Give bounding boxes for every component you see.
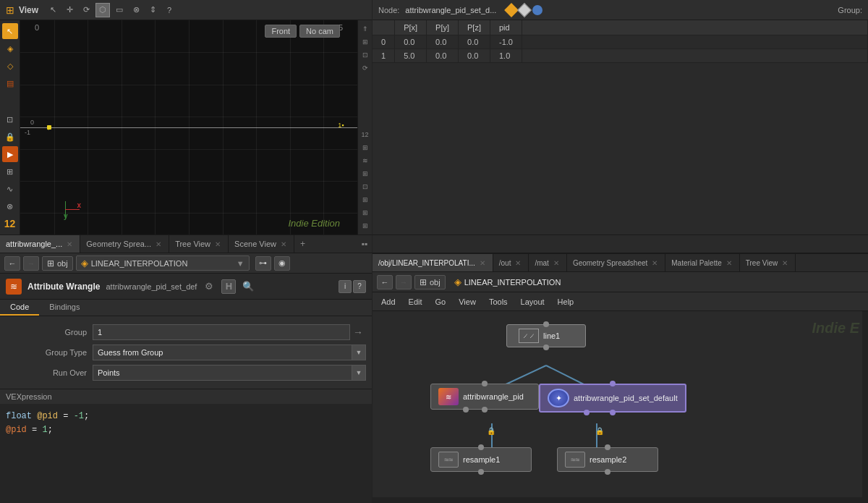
tab-linear-interp[interactable]: /obj/LINEAR_INTERPOLATI... ✕ [373,253,493,272]
menu-layout[interactable]: Layout [515,296,550,308]
tab-mat-close[interactable]: ✕ [552,259,561,267]
operator-dropdown[interactable]: ◈ LINEAR_INTERPOLATION ▼ [76,255,250,271]
node-attribwrangle-pid[interactable]: ≋ attribwrangle_pid [430,384,539,410]
rt-tool-10[interactable]: ⊞ [359,194,371,206]
vp-tool-2[interactable]: ◈ [2,41,18,56]
rt-tool-11[interactable]: ⊞ [359,207,371,219]
menu-add[interactable]: Add [375,296,401,308]
menu-help[interactable]: Help [552,296,580,308]
path-dropdown[interactable]: ⊞ obj [42,256,73,271]
rt-tool-6[interactable]: ⊞ [359,142,371,153]
menu-view[interactable]: View [453,296,482,308]
view-cam-btn[interactable]: No cam [299,25,340,38]
tab-gs-close[interactable]: ✕ [650,259,659,267]
view-panel-title: View [19,5,38,15]
tab-mat-palette[interactable]: Material Palette ✕ [665,253,739,272]
tab-close-3[interactable]: ✕ [279,240,288,248]
rotate-tool[interactable]: ⟳ [79,3,93,17]
rt-tool-2[interactable]: ⊞ [359,36,371,48]
snap-tool[interactable]: 🔒 [2,129,18,145]
tab-attribwrangle[interactable]: attribwrangle_... ✕ [0,234,80,253]
tab-geo-spread[interactable]: Geometry Spreadsheet ✕ [567,253,665,272]
tab-code[interactable]: Code [0,300,39,316]
nav-toolbar: ← → ⊞ obj ◈ LINEAR_INTERPOLATION ▼ ⊶ ◉ [0,253,372,274]
tab-add-left[interactable]: + [294,239,311,249]
menu-tools[interactable]: Tools [483,296,514,308]
tab-out-close[interactable]: ✕ [514,259,522,267]
code-val-1: -1 [68,411,84,421]
h-icon[interactable]: H [221,279,236,294]
tab-out[interactable]: /out ✕ [493,253,529,272]
tab-geometry-sprea[interactable]: Geometry Sprea... ✕ [80,234,169,253]
vp-misc3[interactable]: 12 [2,216,18,232]
zoom-fit[interactable]: ⊡ [2,111,18,127]
circle-x-tool[interactable]: ⊗ [129,3,143,17]
vp-tool-3[interactable]: ◇ [2,58,18,74]
rt-tool-5[interactable]: 12 [359,129,371,140]
gear-icon[interactable]: ⚙ [203,280,216,293]
transform-tool[interactable]: ✛ [62,3,77,17]
forward-btn[interactable]: → [23,256,39,271]
vp-tool-4[interactable]: ▤ [2,75,18,91]
help-btn[interactable]: ? [162,3,176,17]
camera-tool[interactable]: ▭ [112,3,127,17]
rt-tool-4[interactable]: ⟳ [359,62,371,74]
back-btn[interactable]: ← [4,256,20,271]
arrow-tool[interactable]: ↖ [2,23,18,39]
tab-close-1[interactable]: ✕ [154,240,163,248]
menu-go[interactable]: Go [430,296,452,308]
node-header: ≋ Attribute Wrangle attribwrangle_pid_se… [0,274,372,300]
grouptype-select[interactable]: Guess from Group Points Edges Primitives… [93,345,366,360]
rt-tool-8[interactable]: ⊞ [359,168,371,179]
tab-li-close[interactable]: ✕ [478,259,487,267]
tab-scene-view[interactable]: Scene View ✕ [229,234,294,253]
view-front-btn[interactable]: Front [265,25,297,38]
runover-select[interactable]: Points Primitives Vertices Detail [93,365,366,381]
rt-tool-3[interactable]: ⊡ [359,49,371,61]
scrollbar-v[interactable] [862,311,868,503]
info-btn-i[interactable]: i [339,280,352,293]
display-options[interactable]: ⊞ [2,164,18,179]
tab-close-2[interactable]: ✕ [213,240,222,248]
tab-options-left[interactable]: ▪▪ [357,239,372,249]
lock-icon-1: 🔒 [487,427,495,435]
tab-tree-view[interactable]: Tree View ✕ [169,234,229,253]
render-preview[interactable]: ▶ [2,146,18,162]
rt-tool-9[interactable]: ⊡ [359,181,371,193]
rt-tool-12[interactable]: ⊞ [359,220,371,232]
tab-tv-close[interactable]: ✕ [780,259,789,267]
scale-tool[interactable]: ⬡ [95,3,110,17]
pin-btn[interactable]: ⊶ [255,256,271,271]
tab-bindings[interactable]: Bindings [39,300,90,316]
graph-path-label: obj [430,278,441,287]
graph-path[interactable]: ⊞ obj [414,275,446,289]
vp-misc[interactable]: ∿ [2,181,18,197]
node-resample1[interactable]: ≈≈ resample1 [430,447,532,472]
tab-close-0[interactable]: ✕ [65,240,74,248]
tab-tree-view-right[interactable]: Tree View ✕ [740,253,796,272]
magnify-icon[interactable]: 🔍 [242,280,255,293]
tab-mp-label: Material Palette [671,259,721,267]
rt-tool-1[interactable]: ⇑ [359,23,371,35]
info-btn-q[interactable]: ? [353,280,366,293]
tab-mp-close[interactable]: ✕ [725,259,733,267]
group-arrow-btn[interactable]: → [350,324,366,340]
graph-back-btn[interactable]: ← [377,275,393,289]
group-input[interactable] [93,324,350,340]
code-end-1: ; [84,411,89,421]
circle-btn[interactable]: ◉ [274,256,290,271]
node-attribwrangle-pid-set-default[interactable]: ✦ attribwrangle_pid_set_default [539,384,686,413]
node-line1[interactable]: ⟋⟋ line1 [506,324,586,347]
aw-pid-label: attribwrangle_pid [463,392,524,401]
node-resample2[interactable]: ≈≈ resample2 [557,447,658,472]
select-tool[interactable]: ↖ [46,3,60,17]
nav-arrows-tool[interactable]: ⇕ [145,3,160,17]
vp-misc2[interactable]: ⊗ [2,198,18,214]
tab-mat[interactable]: /mat ✕ [529,253,566,272]
cell-pid: -1.0 [490,35,522,49]
menu-edit[interactable]: Edit [403,296,428,308]
scrollbar-h[interactable] [373,497,862,503]
rt-tool-7[interactable]: ≋ [359,155,371,166]
graph-fwd-btn[interactable]: → [396,275,412,289]
code-editor[interactable]: float @pid = -1; @pid = 1; [0,404,372,503]
